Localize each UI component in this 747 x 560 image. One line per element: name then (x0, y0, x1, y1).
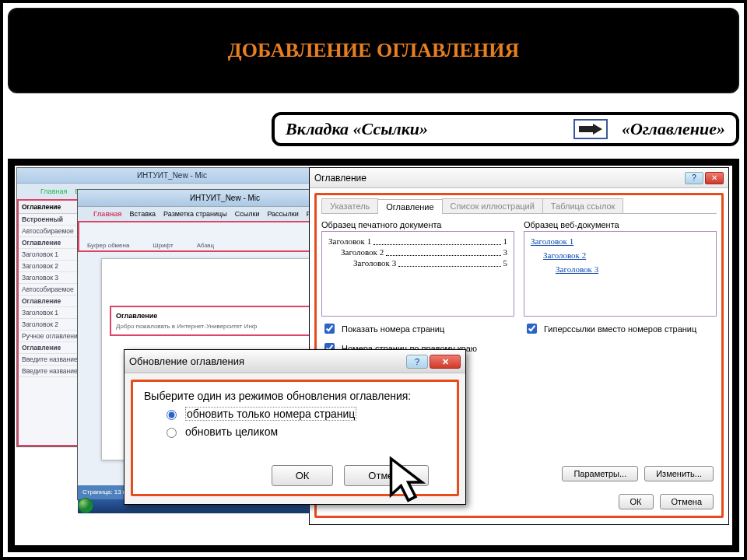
close-button[interactable]: ✕ (705, 172, 724, 184)
cancel-button[interactable]: Отмена (660, 494, 714, 509)
toolbar-group-clipboard: Буфер обмена (87, 242, 129, 249)
ok-button[interactable]: ОК (619, 494, 654, 509)
toc-dialog-title: Оглавление (314, 173, 366, 184)
word2-tab-active[interactable]: Главная (93, 210, 122, 218)
params-button[interactable]: Параметры... (562, 466, 638, 481)
word2-tab[interactable]: Ссылки (235, 210, 260, 218)
arrow-icon (573, 119, 608, 139)
web-link[interactable]: Заголовок 3 (531, 264, 710, 274)
document-toc[interactable]: Оглавление Добро пожаловать в Интернет-У… (110, 306, 340, 336)
subtitle-left: Вкладка «Ссылки» (286, 119, 428, 139)
web-link[interactable]: Заголовок 1 (531, 236, 710, 246)
chk-hyperlinks[interactable] (527, 324, 537, 334)
word2-tab[interactable]: Рассылки (267, 210, 298, 218)
chk-show-pages-label: Показать номера страниц (342, 324, 444, 334)
illustration-canvas: ИНТУИТ_New - Mic Главная Вставка Разметк… (8, 159, 739, 552)
preview-line: Заголовок 2 (341, 247, 384, 258)
doc-toc-line: Добро пожаловать в Интернет-Университет … (116, 323, 334, 330)
web-preview: Заголовок 1 Заголовок 2 Заголовок 3 (524, 231, 717, 317)
word1-tab[interactable]: Главная (40, 187, 67, 195)
chk-show-pages[interactable] (324, 324, 335, 334)
preview-line: Заголовок 3 (353, 258, 396, 269)
word2-tab[interactable]: Вставка (130, 210, 156, 218)
cancel-button[interactable]: Отмена (344, 465, 429, 486)
tab-toc[interactable]: Оглавление (377, 199, 442, 214)
radio-update-entire-label: обновить целиком (185, 425, 278, 438)
slide-title: ДОБАВЛЕНИЕ ОГЛАВЛЕНИЯ (228, 39, 519, 62)
ok-button[interactable]: ОК (272, 465, 334, 486)
preview-line: Заголовок 1 (328, 236, 371, 247)
doc-toc-title: Оглавление (116, 312, 334, 320)
subtitle-bar: Вкладка «Ссылки» «Оглавление» (272, 112, 739, 146)
subtitle-right: «Оглавление» (622, 119, 725, 139)
radio-update-pages[interactable] (167, 410, 177, 420)
tab-illustrations[interactable]: Список иллюстраций (442, 198, 543, 213)
toc-dialog-titlebar[interactable]: Оглавление ? ✕ (310, 168, 728, 188)
canvas-inner: ИНТУИТ_New - Mic Главная Вставка Разметк… (14, 165, 733, 546)
web-link[interactable]: Заголовок 2 (531, 250, 710, 260)
word1-titlebar: ИНТУИТ_New - Mic (17, 168, 327, 184)
tab-index[interactable]: Указатель (321, 198, 378, 213)
update-title: Обновление оглавления (129, 355, 244, 367)
title-block: ДОБАВЛЕНИЕ ОГЛАВЛЕНИЯ (8, 8, 739, 93)
toolbar-group-font: Шрифт (153, 242, 173, 249)
web-preview-label: Образец веб-документа (524, 220, 717, 229)
radio-update-entire[interactable] (167, 428, 177, 438)
toc-dialog-tabs: Указатель Оглавление Список иллюстраций … (321, 198, 717, 214)
preview-page: 3 (503, 247, 508, 258)
print-preview: Заголовок 11 Заголовок 23 Заголовок 35 (321, 231, 514, 317)
preview-page: 5 (503, 258, 508, 269)
update-prompt: Выберите один из режимов обновления огла… (144, 390, 446, 402)
update-toc-dialog: Обновление оглавления ? ✕ Выберите один … (124, 349, 466, 505)
start-orb-icon[interactable] (78, 498, 93, 513)
help-button[interactable]: ? (685, 172, 703, 184)
print-preview-label: Образец печатного документа (321, 220, 514, 229)
svg-marker-0 (579, 124, 602, 135)
close-button[interactable]: ✕ (430, 355, 461, 369)
preview-page: 1 (503, 236, 508, 247)
update-titlebar[interactable]: Обновление оглавления ? ✕ (124, 350, 465, 373)
chk-hyperlinks-label: Гиперссылки вместо номеров страниц (544, 324, 696, 334)
toolbar-group-paragraph: Абзац (197, 242, 214, 249)
tab-authorities[interactable]: Таблица ссылок (542, 198, 624, 213)
slide: ДОБАВЛЕНИЕ ОГЛАВЛЕНИЯ Вкладка «Ссылки» «… (0, 0, 747, 560)
update-body: Выберите один из режимов обновления огла… (131, 380, 459, 496)
help-button[interactable]: ? (406, 355, 428, 369)
modify-button[interactable]: Изменить... (644, 466, 714, 481)
radio-update-pages-label: обновить только номера страниц (185, 407, 356, 421)
word2-tab[interactable]: Разметка страницы (163, 210, 227, 218)
